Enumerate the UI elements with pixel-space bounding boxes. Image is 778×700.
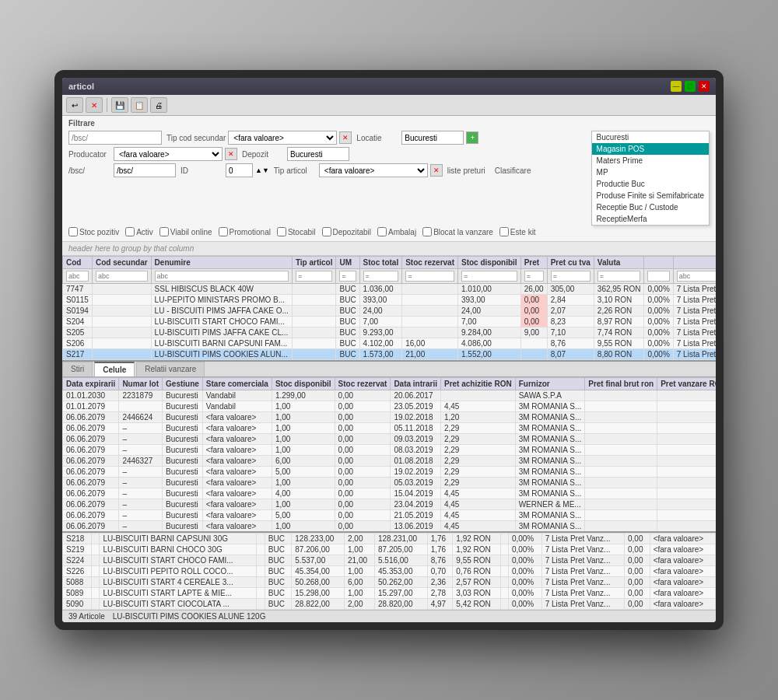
table-row[interactable]: 06.06.20792446624Bucuresti<fara valoare>… (63, 412, 717, 423)
dropdown-item-mp[interactable]: MP (592, 166, 709, 178)
filter-cod[interactable] (66, 271, 89, 282)
table-row[interactable]: 06.06.2079–Bucuresti<fara valoare>1,000,… (63, 423, 717, 434)
tip-cod-clear-btn[interactable]: ✕ (339, 131, 352, 144)
table-cell (500, 566, 508, 577)
table-cell: 128.231,00 (374, 534, 427, 544)
table-row[interactable]: 5089LU-BISCUITI START LAPTE & MIE...BUC1… (63, 588, 716, 599)
table-cell: <fara valoare> (650, 588, 715, 599)
dropdown-item-magasin[interactable]: Magasin POS (592, 143, 709, 155)
dropdown-item-productie[interactable]: Productie Buc (592, 178, 709, 190)
filter-p1[interactable] (647, 271, 669, 282)
dropdown-item-receptie[interactable]: Receptie Buc / Custode (592, 201, 709, 213)
cancel-button[interactable]: ✕ (86, 97, 103, 113)
table-cell: Bucuresti (163, 423, 203, 434)
table-row[interactable]: S219LU-BISCUITI BARNI CHOCO 30GBUC87.206… (63, 544, 716, 555)
back-button[interactable]: ↩ (66, 97, 83, 113)
filter-denumire[interactable] (155, 271, 289, 282)
table-cell: <fara valoare> (650, 577, 715, 588)
table-row[interactable]: 06.06.20792446327Bucuresti<fara valoare>… (63, 456, 717, 467)
id-input[interactable] (226, 163, 253, 177)
table-row[interactable]: 01.01.2079BucurestiVandabil1,000,0023.05… (63, 401, 717, 412)
copy-button[interactable]: 📋 (131, 97, 148, 113)
filter-tip[interactable] (296, 271, 333, 282)
table-row[interactable]: S205LU-BISCUITI PIMS JAFFA CAKE CL...BUC… (63, 327, 717, 338)
table-row[interactable]: S0115LU-PEPITO MINISTARS PROMO B...BUC39… (63, 295, 717, 306)
table-row[interactable]: 06.06.2079–Bucuresti<fara valoare>1,000,… (63, 434, 717, 445)
tip-art-clear-btn[interactable]: ✕ (430, 164, 443, 177)
producator-select[interactable]: <fara valoare> (114, 147, 223, 161)
filter-pret-tva[interactable] (551, 271, 591, 282)
viabil-checkbox[interactable] (159, 227, 169, 236)
table-cell: 0,00 (625, 566, 650, 577)
table-cell: 7,10 (547, 327, 594, 338)
table-row[interactable]: S217LU-BISCUITI PIMS COOKIES ALUN...BUC1… (63, 349, 717, 360)
table-row[interactable]: 06.06.2079–Bucuresti<fara valoare>1,000,… (63, 521, 717, 532)
checkbox-row: Stoc pozitiv Activ Viabil online Promoti… (68, 226, 710, 238)
maximize-button[interactable]: □ (685, 81, 696, 92)
window-controls: — □ ✕ (671, 81, 710, 92)
filter-um[interactable] (339, 271, 356, 282)
lower-table-body: 01.01.20302231879BucurestiVandabil1.299,… (63, 390, 717, 532)
filter-stoc-rez[interactable] (405, 271, 454, 282)
table-row[interactable]: 5090LU-BISCUITI START CIOCOLATA ...BUC28… (63, 599, 716, 610)
table-row[interactable]: S224LU-BISCUITI START CHOCO FAMI...BUC5.… (63, 555, 716, 566)
activ-checkbox[interactable] (125, 227, 135, 236)
table-row[interactable]: S0194LU - BISCUITI PIMS JAFFA CAKE O...B… (63, 306, 717, 317)
stoc-pozitiv-checkbox[interactable] (68, 227, 78, 236)
dropdown-item-receptie2[interactable]: ReceptieMerfa (592, 213, 709, 225)
table-row[interactable]: S206LU-BISCUITI BARNI CAPSUNI FAM...BUC4… (63, 338, 717, 349)
table-cell: BUC (265, 577, 292, 588)
group-bar: header here to group by that column (62, 242, 716, 256)
tab-celule[interactable]: Celule (94, 362, 135, 376)
table-row[interactable]: 7747SSL HIBISCUS BLACK 40WBUC1.036,001.0… (63, 284, 717, 295)
upper-table-container[interactable]: Cod Cod secundar Denumire Tip articol UM… (62, 256, 716, 362)
blocat-checkbox[interactable] (422, 227, 432, 236)
print-button[interactable]: 🖨 (150, 97, 167, 113)
table-row[interactable]: S218LU-BISCUITI BARNI CAPSUNI 30GBUC128.… (63, 534, 716, 544)
id-search-input[interactable] (114, 163, 176, 177)
stocabil-checkbox[interactable] (277, 227, 286, 236)
table-row[interactable]: 06.06.2079–Bucuresti<fara valoare>1,000,… (63, 499, 717, 510)
table-row[interactable]: 06.06.2079–Bucuresti<fara valoare>5,000,… (63, 467, 717, 478)
depozit-input[interactable] (287, 147, 349, 161)
table-cell: 3M ROMANIA S... (515, 423, 585, 434)
filter-p2[interactable] (677, 271, 716, 282)
ambalaj-checkbox[interactable] (377, 227, 387, 236)
filter-stoc-disp[interactable] (461, 271, 517, 282)
dropdown-item-maters[interactable]: Maters Prime (592, 155, 709, 166)
table-row[interactable]: 06.06.2079–Bucuresti<fara valoare>1,000,… (63, 445, 717, 456)
locatie-input[interactable] (401, 131, 464, 145)
tip-articol-select[interactable]: <fara valoare> (319, 163, 428, 177)
filter-section: Filtrare Tip cod secundar <fara va (62, 116, 716, 242)
filter-stoc-total[interactable] (363, 271, 399, 282)
table-row[interactable]: S226LU-BISCUITI PEPITO ROLL COCO...BUC45… (63, 566, 716, 577)
col-stoc-rez: Stoc rezervat (402, 257, 458, 269)
table-row[interactable]: S204LU-BISCUITI START CHOCO FAMI...BUC7,… (63, 317, 717, 327)
lower-table2-container[interactable]: S218LU-BISCUITI BARNI CAPSUNI 30GBUC128.… (62, 531, 716, 610)
dropdown-item-bucuresti[interactable]: Bucuresti (592, 131, 709, 143)
minimize-button[interactable]: — (671, 81, 682, 92)
lower-table-container[interactable]: Data expirarii Numar lot Gestiune Stare … (62, 377, 716, 531)
table-row[interactable]: 01.01.20302231879BucurestiVandabil1.299,… (63, 390, 717, 401)
dropdown-item-produse-finite[interactable]: Produse Finite si Semifabricate (592, 190, 709, 201)
filter-cod-sec[interactable] (96, 271, 148, 282)
filter-valuta[interactable] (598, 271, 641, 282)
save-button[interactable]: 💾 (111, 97, 128, 113)
search-input[interactable] (68, 131, 162, 145)
depozitabil-checkbox[interactable] (322, 227, 331, 236)
este-kit-checkbox[interactable] (499, 227, 509, 236)
promotional-checkbox[interactable] (219, 227, 228, 236)
table-cell: – (119, 423, 163, 434)
tab-relatii[interactable]: Relatii vanzare (136, 362, 205, 376)
table-row[interactable]: 06.06.2079–Bucuresti<fara valoare>1,000,… (63, 478, 717, 488)
locatie-clear-btn[interactable]: + (466, 131, 478, 144)
table-row[interactable]: 06.06.2079–Bucuresti<fara valoare>4,000,… (63, 488, 717, 499)
filter-pret[interactable] (524, 271, 544, 282)
table-row[interactable]: 06.06.2079–Bucuresti<fara valoare>5,000,… (63, 510, 717, 521)
close-button[interactable]: ✕ (699, 81, 710, 92)
tab-stiri[interactable]: Stiri (62, 362, 93, 376)
table-row[interactable]: 5088LU-BISCUITI START 4 CEREALE 3...BUC5… (63, 577, 716, 588)
table-cell: 0,70 (427, 566, 453, 577)
producator-clear-btn[interactable]: ✕ (225, 148, 237, 160)
tip-cod-select[interactable]: <fara valoare> (228, 131, 337, 145)
